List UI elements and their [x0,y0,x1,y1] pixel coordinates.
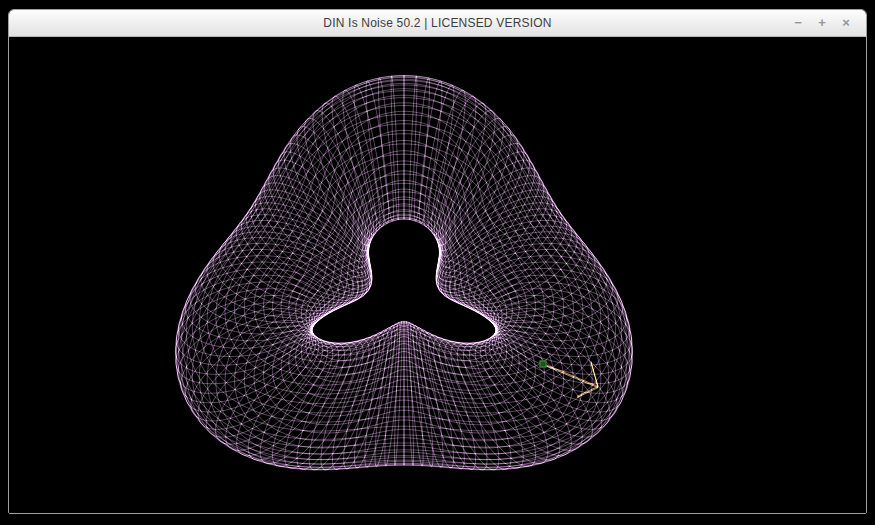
window-content [9,37,866,513]
window-title: DIN Is Noise 50.2 | LICENSED VERSION [9,16,866,30]
din-workspace-canvas[interactable] [9,37,866,513]
minimize-button[interactable]: − [788,13,808,33]
desktop-background: DIN Is Noise 50.2 | LICENSED VERSION − +… [0,0,875,525]
app-window: DIN Is Noise 50.2 | LICENSED VERSION − +… [8,9,867,514]
maximize-button[interactable]: + [812,13,832,33]
close-button[interactable]: × [836,13,856,33]
window-titlebar[interactable]: DIN Is Noise 50.2 | LICENSED VERSION − +… [9,10,866,37]
window-controls: − + × [788,13,866,33]
